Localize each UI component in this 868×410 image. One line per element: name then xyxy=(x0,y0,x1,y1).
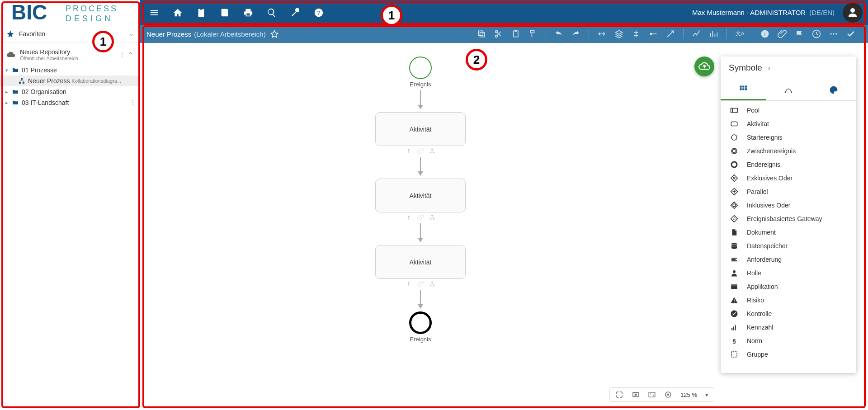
align-icon[interactable] xyxy=(632,29,641,38)
redo-icon[interactable] xyxy=(571,29,580,38)
symbol-item-risiko[interactable]: Risiko xyxy=(721,293,856,307)
repo-name: Neues Repository xyxy=(20,48,78,56)
symbol-item-zwischenereignis[interactable]: Zwischenereignis xyxy=(721,144,856,158)
undo-icon[interactable] xyxy=(554,29,563,38)
svg-rect-61 xyxy=(731,284,737,286)
repo-header[interactable]: Neues Repository Öffentlicher Arbeitsber… xyxy=(0,45,140,65)
copy-icon[interactable] xyxy=(477,29,486,38)
home-icon[interactable] xyxy=(173,8,183,18)
flag-icon[interactable] xyxy=(795,29,804,38)
cut-icon[interactable] xyxy=(494,29,503,38)
symbol-item-datenspeicher[interactable]: Datenspeicher xyxy=(721,239,856,253)
attachment-icon[interactable] xyxy=(778,29,787,38)
svg-rect-55 xyxy=(731,216,738,222)
activity-node-1[interactable]: Aktivität xyxy=(375,112,466,146)
symbol-item-anforderung[interactable]: Anforderung xyxy=(721,253,856,266)
connector-icon[interactable] xyxy=(649,29,658,38)
magic-icon[interactable] xyxy=(666,29,675,38)
layers-icon[interactable] xyxy=(614,29,623,38)
symbols-title: Symbole xyxy=(729,63,762,73)
symbol-item-kennzahl[interactable]: Kennzahl xyxy=(721,320,856,334)
svg-point-31 xyxy=(408,282,410,284)
symbol-item-pool[interactable]: Pool xyxy=(721,104,856,117)
book-icon[interactable] xyxy=(220,8,230,18)
activity-node-3[interactable]: Aktivität xyxy=(375,245,466,279)
svg-rect-39 xyxy=(740,88,742,90)
symbol-item-rolle[interactable]: Rolle xyxy=(721,266,856,280)
breadcrumb-bar: Neuer Prozess (Lokaler Arbeitsbereich) xyxy=(140,25,868,43)
info-icon[interactable]: i xyxy=(760,29,769,38)
paste-icon[interactable] xyxy=(511,29,520,38)
svg-point-15 xyxy=(830,33,832,34)
symbol-item-startereignis[interactable]: Startereignis xyxy=(721,131,856,144)
favorites-header[interactable]: Favoriten ⌄ xyxy=(0,25,140,43)
canvas[interactable]: Ereignis Aktivität Aktivität Aktivität E… xyxy=(140,43,868,410)
repo-menu-icon[interactable]: ⋮ xyxy=(119,51,128,58)
svg-rect-38 xyxy=(745,86,747,88)
start-event-node[interactable] xyxy=(409,57,432,79)
symbol-item-exklusives-oder[interactable]: Exklusives Oder xyxy=(721,171,856,185)
format-painter-icon[interactable] xyxy=(528,29,538,38)
activity-node-2[interactable]: Aktivität xyxy=(375,179,466,212)
svg-rect-72 xyxy=(649,392,655,397)
app-logo: BIC PROCESS DESIGN xyxy=(0,0,140,25)
symbol-item-kontrolle[interactable]: Kontrolle xyxy=(721,307,856,320)
tree-item-organisation[interactable]: ▸ 02 Organisation xyxy=(0,86,140,97)
favorite-toggle-icon[interactable] xyxy=(270,30,278,38)
fit-width-icon[interactable] xyxy=(632,391,640,399)
print-icon[interactable] xyxy=(243,8,253,18)
tree-item-prozesse[interactable]: ▾ 01 Prozesse xyxy=(0,65,140,75)
symbol-item-inklusives-oder[interactable]: Inklusives Oder xyxy=(721,198,856,212)
chart-icon[interactable] xyxy=(709,29,718,38)
symbols-tab-flow[interactable] xyxy=(766,79,811,100)
target-icon[interactable] xyxy=(664,391,672,399)
chevron-down-icon[interactable]: ⌄ xyxy=(129,30,134,37)
svg-point-50 xyxy=(731,162,737,167)
translate-icon[interactable]: 文A xyxy=(735,29,744,38)
lang-label[interactable]: (DE/EN) xyxy=(809,9,835,16)
save-cloud-button[interactable] xyxy=(694,57,714,76)
symbols-tab-palette[interactable] xyxy=(811,79,856,100)
svg-rect-20 xyxy=(23,82,24,84)
zoom-toolbar: 125 % ▾ xyxy=(609,387,714,402)
chevron-right-icon[interactable]: › xyxy=(768,63,770,73)
symbol-item-parallel[interactable]: Parallel xyxy=(721,185,856,198)
svg-rect-69 xyxy=(731,352,737,357)
menu-icon[interactable] xyxy=(149,8,159,18)
history-icon[interactable] xyxy=(812,29,821,38)
wrench-icon[interactable] xyxy=(290,8,300,18)
avatar[interactable] xyxy=(843,3,863,23)
symbol-item-gruppe[interactable]: Gruppe xyxy=(721,348,856,361)
zoom-dropdown-icon[interactable]: ▾ xyxy=(705,391,708,398)
symbols-tab-grid[interactable] xyxy=(721,79,766,100)
folder-icon xyxy=(12,88,19,95)
svg-rect-18 xyxy=(21,78,23,80)
end-event-node[interactable] xyxy=(409,311,432,334)
symbol-item-ereignisbasiertes-gateway[interactable]: Ereignisbasiertes Gateway xyxy=(721,212,856,226)
chevron-up-icon[interactable]: ⌃ xyxy=(128,51,133,58)
symbol-item-norm[interactable]: §Norm xyxy=(721,334,856,348)
tree-item-it-landschaft[interactable]: ▸ 03 IT-Landschaft ⋮ xyxy=(0,97,140,108)
svg-text:BIC: BIC xyxy=(11,1,47,24)
search-icon[interactable] xyxy=(267,8,277,18)
more-icon[interactable] xyxy=(829,29,838,38)
favorites-label: Favoriten xyxy=(19,30,45,38)
clipboard-icon[interactable] xyxy=(196,8,206,18)
svg-rect-62 xyxy=(734,300,735,302)
resize-icon[interactable] xyxy=(597,29,606,38)
fit-page-icon[interactable] xyxy=(648,391,656,399)
symbol-item-applikation[interactable]: Applikation xyxy=(721,280,856,293)
tree-item-neuer-prozess[interactable]: Neuer Prozess Kollaborationsdiagra... xyxy=(0,75,140,86)
line-icon[interactable] xyxy=(692,29,701,38)
fullscreen-icon[interactable] xyxy=(615,391,623,399)
svg-point-21 xyxy=(408,149,410,151)
symbol-item-dokument[interactable]: Dokument xyxy=(721,226,856,239)
symbol-item-endereignis[interactable]: Endereignis xyxy=(721,158,856,171)
help-icon[interactable]: ? xyxy=(314,8,324,18)
symbol-item-aktivität[interactable]: Aktivität xyxy=(721,117,856,131)
tree-item-menu-icon[interactable]: ⋮ xyxy=(130,99,136,106)
check-icon[interactable] xyxy=(846,29,855,38)
zoom-level[interactable]: 125 % xyxy=(680,391,697,398)
sidebar: Neues Repository Öffentlicher Arbeitsber… xyxy=(0,43,140,410)
svg-point-26 xyxy=(408,216,410,217)
